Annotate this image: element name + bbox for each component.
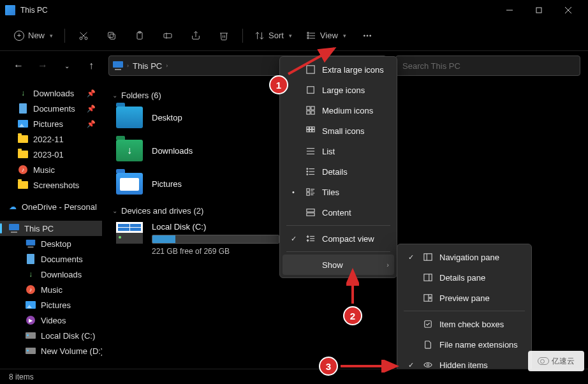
menu-item-content[interactable]: Content (283, 202, 394, 223)
svg-rect-9 (108, 32, 114, 37)
svg-rect-56 (307, 213, 314, 216)
minimize-button[interactable] (495, 0, 524, 20)
sidebar-item-desktop[interactable]: Desktop (0, 236, 102, 251)
sidebar-item-local-disk-c[interactable]: Local Disk (C:) (0, 328, 102, 343)
folder-icon (18, 180, 28, 190)
folder-tile-pictures[interactable]: Pictures (116, 173, 269, 195)
sidebar-item-documents[interactable]: Documents (0, 251, 102, 267)
view-button[interactable]: View ▾ (301, 25, 351, 47)
pin-icon: 📌 (87, 120, 96, 128)
sidebar-item-folder[interactable]: 2023-01 (0, 147, 102, 162)
menu-item-file-name-extensions[interactable]: File name extensions (400, 334, 529, 355)
separator (242, 29, 243, 43)
history-button[interactable]: ⌄ (56, 55, 78, 77)
svg-rect-38 (309, 129, 312, 132)
svg-rect-32 (307, 111, 310, 114)
menu-item-preview-pane[interactable]: Preview pane (400, 288, 529, 308)
sidebar-item-music[interactable]: ♪Music (0, 162, 102, 177)
sidebar-item-pictures[interactable]: Pictures (0, 297, 102, 313)
sidebar-item-music[interactable]: ♪Music (0, 282, 102, 297)
svg-point-27 (369, 35, 371, 36)
chevron-down-icon: ▾ (343, 33, 346, 39)
sidebar-item-thispc[interactable]: This PC (0, 221, 102, 236)
check-icon: ✓ (288, 235, 299, 243)
search-input[interactable]: Search This PC (395, 55, 580, 76)
share-button[interactable] (184, 25, 208, 47)
copy-button[interactable] (99, 25, 124, 47)
menu-item-details[interactable]: Details (283, 161, 394, 182)
folder-tile-desktop[interactable]: Desktop (116, 107, 269, 128)
new-button[interactable]: + New ▾ (9, 25, 58, 47)
menu-item-list[interactable]: List (283, 141, 394, 161)
video-icon: ▶ (26, 315, 36, 325)
window-title: This PC (20, 6, 495, 15)
close-button[interactable] (554, 0, 583, 20)
sidebar-item-screenshots[interactable]: Screenshots (0, 177, 102, 193)
separator (286, 251, 390, 252)
svg-rect-28 (307, 66, 314, 73)
check-icon: ✓ (405, 361, 416, 369)
back-button[interactable]: ← (8, 55, 29, 77)
titlebar: This PC (0, 0, 588, 20)
annotation-badge-3: 3 (319, 357, 338, 376)
menu-item-compact-view[interactable]: ✓Compact view (283, 228, 394, 249)
drive-name: Local Disk (C:) (152, 222, 279, 232)
this-pc-icon (113, 61, 123, 70)
menu-item-item-check-boxes[interactable]: Item check boxes (400, 314, 529, 334)
sidebar-item-documents[interactable]: Documents📌 (0, 101, 102, 116)
pin-icon: 📌 (87, 89, 96, 98)
svg-point-25 (364, 35, 365, 36)
chevron-right-icon: › (386, 261, 389, 269)
breadcrumb[interactable]: This PC (133, 61, 162, 71)
details-icon (305, 166, 316, 177)
paste-button[interactable] (128, 25, 152, 47)
menu-item-large-icons[interactable]: Large icons (283, 80, 394, 100)
toolbar: + New ▾ Sort ▾ View ▾ (0, 20, 588, 51)
small-icons-icon (305, 126, 316, 136)
document-icon (26, 254, 36, 264)
sidebar-item-onedrive[interactable]: ☁OneDrive - Personal (0, 199, 102, 214)
up-button[interactable]: ↑ (80, 55, 102, 77)
preview-pane-icon (423, 293, 433, 303)
svg-rect-22 (307, 32, 309, 33)
view-menu: Extra large icons Large icons Medium ico… (279, 56, 397, 278)
sidebar-item-new-volume-d[interactable]: New Volume (D:) (0, 343, 102, 358)
medium-icons-icon (305, 105, 316, 115)
sort-icon (254, 31, 265, 41)
folder-tile-downloads[interactable]: Downloads (116, 140, 269, 161)
menu-item-tiles[interactable]: •Tiles (283, 182, 394, 202)
menu-item-medium-icons[interactable]: Medium icons (283, 100, 394, 121)
maximize-button[interactable] (524, 0, 554, 20)
svg-point-47 (307, 171, 308, 172)
sidebar-item-videos[interactable]: ▶Videos (0, 313, 102, 328)
menu-item-navigation-pane[interactable]: ✓Navigation pane (400, 247, 529, 267)
sidebar-item-downloads[interactable]: ↓Downloads (0, 267, 102, 282)
svg-rect-30 (307, 107, 310, 110)
chevron-down-icon: ⌄ (112, 207, 117, 214)
picture-icon (18, 119, 28, 129)
menu-item-show[interactable]: Show› (283, 255, 394, 275)
delete-button[interactable] (212, 25, 236, 47)
rename-button[interactable] (156, 25, 180, 47)
more-button[interactable] (355, 25, 379, 47)
forward-button[interactable]: → (32, 55, 54, 77)
sidebar-item-folder[interactable]: 2022-11 (0, 131, 102, 147)
sort-button[interactable]: Sort ▾ (249, 25, 297, 47)
cut-button[interactable] (71, 25, 96, 47)
annotation-badge-1: 1 (269, 75, 288, 94)
svg-rect-62 (424, 254, 432, 261)
navigation-pane-icon (423, 252, 433, 262)
svg-rect-36 (312, 127, 315, 129)
separator (286, 225, 390, 226)
sidebar: ↓Downloads📌 Documents📌 Pictures📌 2022-11… (0, 80, 102, 369)
tiles-icon (305, 187, 316, 197)
menu-item-details-pane[interactable]: Details pane (400, 267, 529, 288)
watermark: 亿速云 (528, 351, 584, 371)
extra-large-icons-icon (305, 64, 316, 75)
large-icons-icon (305, 85, 316, 95)
sidebar-item-pictures[interactable]: Pictures📌 (0, 116, 102, 131)
menu-item-small-icons[interactable]: Small icons (283, 121, 394, 141)
sidebar-item-downloads[interactable]: ↓Downloads📌 (0, 85, 102, 101)
view-icon (306, 31, 316, 41)
menu-item-extra-large-icons[interactable]: Extra large icons (283, 59, 394, 80)
